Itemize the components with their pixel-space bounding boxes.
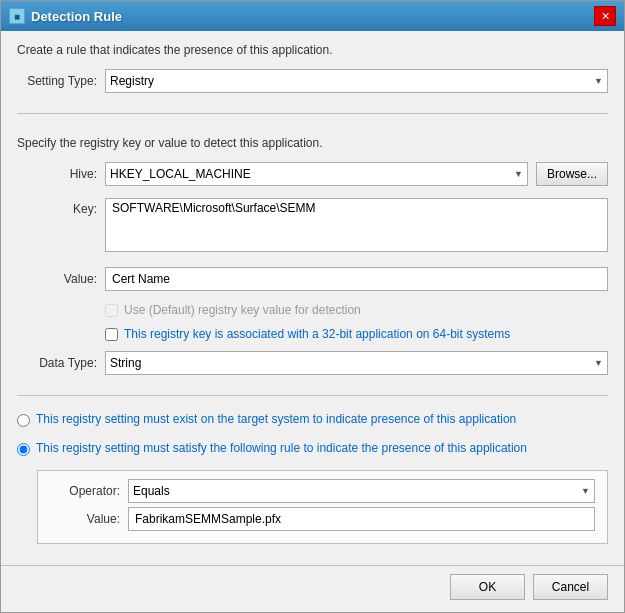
use-default-checkbox [105,304,118,317]
use-default-label: Use (Default) registry key value for det… [124,303,361,317]
dialog-icon: ■ [9,8,25,24]
radio1-label: This registry setting must exist on the … [36,412,516,426]
dialog-title: Detection Rule [31,9,122,24]
operator-value-input[interactable] [128,507,595,531]
value-row: Value: [17,267,608,291]
data-type-row: Data Type: String Integer Version [17,351,608,375]
hive-select-wrapper: HKEY_LOCAL_MACHINE HKEY_CURRENT_USER HKE… [105,162,528,186]
operator-select-wrapper: Equals Not Equals Greater Than Less Than… [128,479,595,503]
data-type-label: Data Type: [17,356,97,370]
use-default-checkbox-row: Use (Default) registry key value for det… [17,303,608,317]
setting-type-label: Setting Type: [17,74,97,88]
registry-section-label: Specify the registry key or value to det… [17,136,608,150]
browse-button[interactable]: Browse... [536,162,608,186]
data-type-select-wrapper: String Integer Version [105,351,608,375]
key-label: Key: [17,198,97,216]
description-text: Create a rule that indicates the presenc… [17,43,608,57]
key-textarea-wrapper [105,198,608,255]
title-bar-controls: ✕ [594,6,616,26]
dialog-content: Create a rule that indicates the presenc… [1,31,624,565]
radio1-row: This registry setting must exist on the … [17,412,608,427]
operator-value-label: Value: [50,512,120,526]
detection-rule-dialog: ■ Detection Rule ✕ Create a rule that in… [0,0,625,613]
radio-exist[interactable] [17,414,30,427]
setting-type-select[interactable]: Registry File System Windows Installer S… [105,69,608,93]
checkbox-32bit-row: This registry key is associated with a 3… [17,327,608,341]
radio2-row: This registry setting must satisfy the f… [17,441,608,456]
operator-label: Operator: [50,484,120,498]
operator-value-row: Value: [50,507,595,531]
radio2-label: This registry setting must satisfy the f… [36,441,527,455]
hive-label: Hive: [17,167,97,181]
key-textarea[interactable] [105,198,608,252]
ok-button[interactable]: OK [450,574,525,600]
close-button[interactable]: ✕ [594,6,616,26]
operator-row: Operator: Equals Not Equals Greater Than… [50,479,595,503]
key-row: Key: [17,198,608,255]
value-label: Value: [17,272,97,286]
divider-1 [17,113,608,114]
value-input[interactable] [105,267,608,291]
title-bar: ■ Detection Rule ✕ [1,1,624,31]
hive-row: Hive: HKEY_LOCAL_MACHINE HKEY_CURRENT_US… [17,162,608,186]
operator-section: Operator: Equals Not Equals Greater Than… [37,470,608,544]
hive-select[interactable]: HKEY_LOCAL_MACHINE HKEY_CURRENT_USER HKE… [105,162,528,186]
radio-satisfy[interactable] [17,443,30,456]
divider-2 [17,395,608,396]
checkbox-32bit-label: This registry key is associated with a 3… [124,327,510,341]
title-bar-left: ■ Detection Rule [9,8,122,24]
dialog-footer: OK Cancel [1,565,624,612]
data-type-select[interactable]: String Integer Version [105,351,608,375]
dialog-icon-symbol: ■ [14,11,20,22]
setting-type-wrapper: Registry File System Windows Installer S… [105,69,608,93]
setting-type-row: Setting Type: Registry File System Windo… [17,69,608,93]
operator-select[interactable]: Equals Not Equals Greater Than Less Than… [128,479,595,503]
cancel-button[interactable]: Cancel [533,574,608,600]
checkbox-32bit[interactable] [105,328,118,341]
